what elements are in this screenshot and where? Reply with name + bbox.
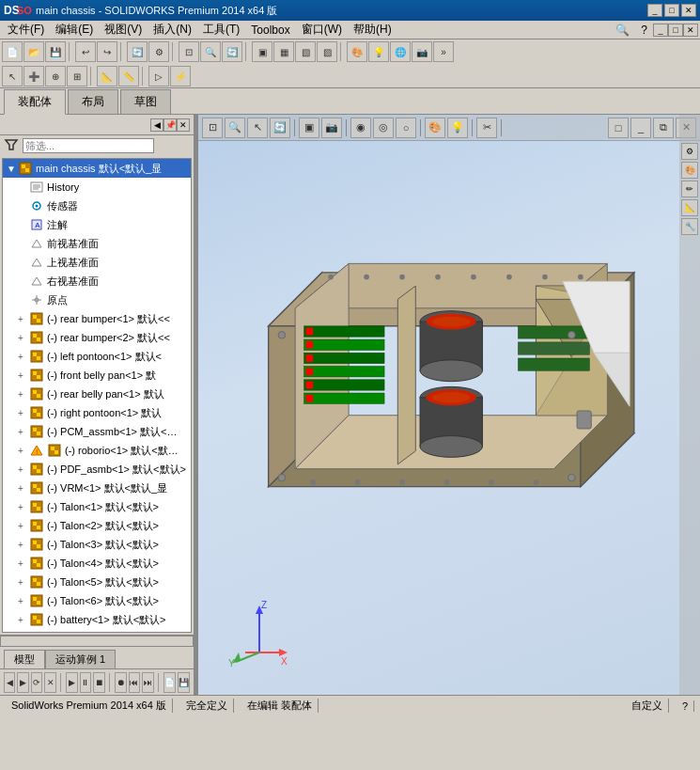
menu-edit[interactable]: 编辑(E)	[50, 20, 99, 39]
tb-light[interactable]: 💡	[368, 41, 389, 62]
rs-btn1[interactable]: ⚙	[681, 143, 698, 160]
vp-display2[interactable]: ◎	[373, 118, 394, 138]
panel-pin-btn[interactable]: 📌	[163, 118, 177, 132]
minimize-button[interactable]: _	[647, 4, 662, 17]
app-restore[interactable]: □	[668, 24, 683, 37]
bmini-stop[interactable]: ⏹	[93, 672, 104, 693]
tb-rotate[interactable]: 🔄	[222, 41, 242, 62]
tb-scene[interactable]: 🌐	[390, 41, 411, 62]
viewport[interactable]: ⊡ 🔍 ↖ 🔄 ▣ 📷 ◉ ◎ ○ 🎨 💡 ✂ □ _ ⧉ ✕	[198, 115, 700, 695]
tb-more[interactable]: »	[433, 41, 454, 62]
menu-insert[interactable]: 插入(N)	[148, 20, 197, 39]
bmini-save[interactable]: 💾	[178, 672, 190, 693]
tb-save[interactable]: 💾	[45, 41, 66, 62]
expand-comp0[interactable]: +	[18, 314, 29, 324]
menu-help-icon[interactable]: ?	[635, 22, 653, 39]
tree-item-root[interactable]: ▼ main chassis 默认<默认_显	[3, 159, 191, 178]
vp-rotate[interactable]: 🔄	[270, 118, 290, 138]
tb-zoom-in[interactable]: 🔍	[200, 41, 221, 62]
vp-zoom-in[interactable]: 🔍	[225, 118, 245, 138]
h-scroll-track[interactable]	[0, 636, 194, 647]
tb2-collision[interactable]: ⚡	[170, 66, 191, 86]
feature-tree[interactable]: ▼ main chassis 默认<默认_显	[2, 158, 192, 633]
tree-item-comp-1[interactable]: + (-) rear bumper<2> 默认<<	[3, 328, 191, 347]
bmini-doc[interactable]: 📄	[163, 672, 176, 693]
menu-toolbox[interactable]: Toolbox	[245, 22, 295, 39]
tree-item-origin[interactable]: 原点	[3, 291, 191, 309]
tb2-reference[interactable]: 📐	[97, 66, 117, 86]
tb-open[interactable]: 📂	[23, 41, 44, 62]
tb-color[interactable]: 🎨	[347, 41, 367, 62]
vp-restore[interactable]: ⧉	[653, 118, 674, 138]
restore-button[interactable]: □	[664, 4, 679, 17]
bmini-play[interactable]: ▶	[66, 672, 77, 693]
tb-zoom-fit[interactable]: ⊡	[179, 41, 199, 62]
tree-item-comp-7[interactable]: + ! (-) roborio<1> 默认<默认显	[3, 441, 191, 460]
menu-tools[interactable]: 工具(T)	[197, 20, 245, 39]
h-scrollbar[interactable]	[0, 635, 194, 646]
vp-camera[interactable]: 📷	[321, 118, 342, 138]
filter-input[interactable]	[23, 138, 154, 153]
vp-section[interactable]: ✂	[476, 118, 497, 138]
rs-btn3[interactable]: ✏	[681, 181, 698, 197]
tab-model[interactable]: 模型	[4, 650, 45, 668]
tb2-mate[interactable]: ⊕	[45, 66, 66, 86]
app-close[interactable]: ✕	[683, 24, 698, 37]
bmini-btn4[interactable]: ✕	[44, 672, 55, 693]
tb-view4[interactable]: ▨	[317, 41, 337, 62]
tb-redo[interactable]: ↪	[97, 41, 117, 62]
tree-item-comp-4[interactable]: + (-) rear belly pan<1> 默认	[3, 385, 191, 403]
tree-item-top-plane[interactable]: 上视基准面	[3, 253, 191, 272]
tab-sketch[interactable]: 草图	[120, 89, 171, 114]
tb-view1[interactable]: ▣	[252, 41, 272, 62]
status-help[interactable]: ?	[677, 700, 694, 712]
tree-item-comp-0[interactable]: + (-) rear bumper<1> 默认<<	[3, 309, 191, 328]
tb2-select[interactable]: ↖	[2, 66, 23, 86]
panel-expand-btn[interactable]: ◀	[150, 118, 163, 132]
tree-item-comp-9[interactable]: + (-) VRM<1> 默认<默认_显	[3, 479, 191, 497]
bmini-btn2[interactable]: ▶	[17, 672, 28, 693]
menu-file[interactable]: 文件(F)	[2, 20, 50, 39]
tb2-drive[interactable]: ▷	[148, 66, 169, 86]
tree-item-comp-3[interactable]: + (-) front belly pan<1> 默	[3, 366, 191, 385]
bmini-next[interactable]: ⏭	[142, 672, 153, 693]
tb-undo[interactable]: ↩	[75, 41, 96, 62]
tab-motion[interactable]: 运动算例 1	[45, 650, 116, 668]
vp-color-scheme[interactable]: 🎨	[425, 118, 445, 138]
tree-item-comp-5[interactable]: + (-) right pontoon<1> 默认	[3, 403, 191, 422]
tb2-insert[interactable]: ➕	[23, 66, 44, 86]
tree-item-front-plane[interactable]: 前视基准面	[3, 234, 191, 253]
tree-item-talon2[interactable]: + (-) Talon<2> 默认<默认>	[3, 516, 191, 535]
tab-layout[interactable]: 布局	[68, 89, 118, 114]
expand-icon-root[interactable]: ▼	[7, 164, 18, 174]
bmini-prev[interactable]: ⏮	[129, 672, 140, 693]
tree-item-talon1[interactable]: + (-) Talon<1> 默认<默认>	[3, 497, 191, 516]
rs-btn2[interactable]: 🎨	[681, 162, 698, 179]
bmini-record[interactable]: ⏺	[115, 672, 126, 693]
tree-item-pneumatic[interactable]: + (-) Pneumatic_Compressor_V	[3, 629, 191, 633]
tree-item-battery[interactable]: + (-) battery<1> 默认<默认>	[3, 610, 191, 629]
bmini-pause[interactable]: ⏸	[80, 672, 91, 693]
bmini-btn1[interactable]: ◀	[4, 672, 15, 693]
tree-item-notes[interactable]: A 注解	[3, 215, 191, 234]
menu-view[interactable]: 视图(V)	[99, 20, 148, 39]
tree-item-history[interactable]: History	[3, 178, 191, 196]
vp-maximize[interactable]: □	[608, 118, 629, 138]
menu-window[interactable]: 窗口(W)	[296, 20, 348, 39]
tree-item-talon6[interactable]: + (-) Talon<6> 默认<默认>	[3, 591, 191, 610]
tree-item-comp-6[interactable]: + (-) PCM_assmb<1> 默认<默认>	[3, 422, 191, 441]
tb-rebuild[interactable]: 🔄	[127, 41, 148, 62]
tb2-pattern[interactable]: ⊞	[67, 66, 87, 86]
close-button[interactable]: ✕	[681, 4, 696, 17]
menu-search[interactable]: 🔍	[610, 22, 635, 39]
tree-item-comp-2[interactable]: + (-) left pontoon<1> 默认<	[3, 347, 191, 366]
vp-display1[interactable]: ◉	[350, 118, 371, 138]
tree-item-comp-8[interactable]: + (-) PDF_asmb<1> 默认<默认>	[3, 460, 191, 479]
tree-item-right-plane[interactable]: 右视基准面	[3, 272, 191, 291]
menu-help[interactable]: 帮助(H)	[348, 20, 397, 39]
tb-camera[interactable]: 📷	[412, 41, 432, 62]
tree-item-sensor[interactable]: 传感器	[3, 196, 191, 215]
tab-assembly[interactable]: 装配体	[4, 89, 66, 115]
title-bar-controls[interactable]: _ □ ✕	[647, 4, 696, 17]
tree-item-talon5[interactable]: + (-) Talon<5> 默认<默认>	[3, 573, 191, 591]
